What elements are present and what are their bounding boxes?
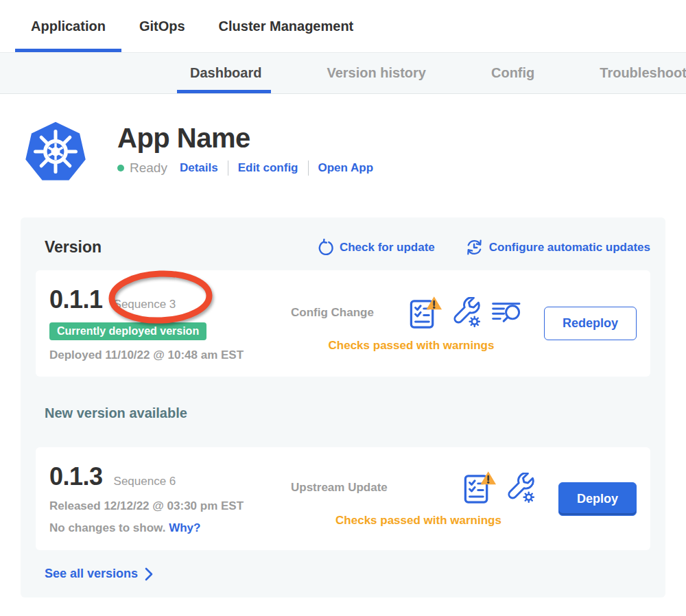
current-version-number: 0.1.1: [49, 285, 103, 314]
no-changes-text: No changes to show.: [49, 521, 165, 534]
currently-deployed-badge: Currently deployed version: [49, 322, 206, 340]
tab-cluster-management[interactable]: Cluster Management: [219, 0, 354, 52]
status-text: Ready: [130, 161, 167, 176]
preflight-status-text: Checks passed with warnings: [291, 339, 532, 353]
preflight-checks-icon[interactable]: [463, 470, 497, 506]
tab-gitops[interactable]: GitOps: [139, 0, 185, 52]
refresh-icon: [317, 239, 334, 256]
check-for-update-label: Check for update: [340, 241, 435, 254]
why-link[interactable]: Why?: [169, 521, 200, 534]
details-link[interactable]: Details: [180, 161, 218, 175]
released-timestamp: Released 12/12/22 @ 03:30 pm EST: [49, 499, 291, 513]
deployed-timestamp: Deployed 11/10/22 @ 10:48 am EST: [49, 348, 291, 362]
wrench-gear-icon[interactable]: [451, 297, 482, 328]
available-version-sequence: Sequence 6: [114, 475, 176, 488]
subtab-config[interactable]: Config: [491, 53, 534, 93]
see-all-versions-label: See all versions: [45, 567, 138, 581]
subtab-version-history[interactable]: Version history: [327, 53, 426, 93]
configure-automatic-updates-label: Configure automatic updates: [489, 241, 650, 254]
configure-automatic-updates-link[interactable]: Configure automatic updates: [465, 238, 650, 257]
redeploy-button[interactable]: Redeploy: [544, 307, 637, 340]
divider: [228, 161, 228, 176]
version-card: Version Check for update: [21, 217, 665, 597]
tab-application[interactable]: Application: [31, 0, 106, 52]
version-source-label: Upstream Update: [291, 481, 388, 495]
version-source-label: Config Change: [291, 306, 374, 320]
edit-config-link[interactable]: Edit config: [238, 161, 298, 175]
preflight-checks-icon[interactable]: [409, 295, 442, 331]
current-version-row: 0.1.1 Sequence 3 Currently deployed vers…: [36, 270, 650, 377]
chevron-right-icon: [145, 567, 153, 581]
version-heading: Version: [45, 238, 102, 257]
top-navigation: Application GitOps Cluster Management: [0, 0, 686, 53]
deploy-button[interactable]: Deploy: [558, 482, 637, 516]
status-dot: [117, 165, 124, 171]
preflight-status-text: Checks passed with warnings: [291, 514, 546, 528]
available-version-number: 0.1.3: [49, 462, 103, 491]
subtab-troubleshoot[interactable]: Troubleshoot: [600, 53, 686, 93]
app-header: App Name Ready Details Edit config Open …: [24, 120, 686, 183]
current-version-sequence: Sequence 3: [114, 298, 176, 311]
divider: [308, 161, 309, 176]
kubernetes-logo-icon: [24, 120, 87, 183]
see-all-versions-link[interactable]: See all versions: [45, 567, 153, 581]
file-diff-search-icon[interactable]: [491, 299, 522, 327]
wrench-gear-icon[interactable]: [506, 473, 536, 504]
new-version-heading: New version available: [45, 405, 650, 421]
check-for-update-link[interactable]: Check for update: [317, 239, 435, 256]
page-title: App Name: [117, 123, 373, 154]
subtab-dashboard[interactable]: Dashboard: [190, 53, 261, 93]
app-sub-navigation: Dashboard Version history Config Trouble…: [0, 53, 686, 94]
auto-update-clock-icon: [465, 238, 484, 257]
open-app-link[interactable]: Open App: [318, 161, 374, 175]
available-version-row: 0.1.3 Sequence 6 Released 12/12/22 @ 03:…: [36, 447, 650, 550]
